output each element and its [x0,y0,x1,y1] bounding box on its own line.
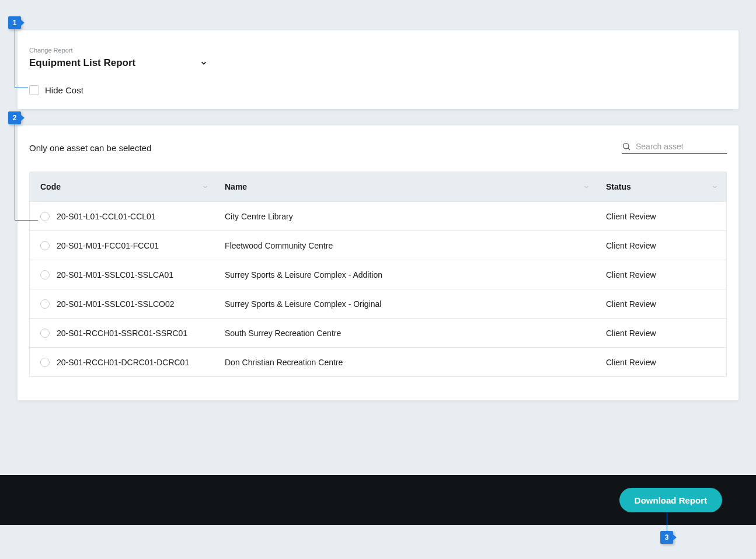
column-label: Name [225,182,247,191]
search-input[interactable] [636,142,727,151]
asset-status: Client Review [598,299,726,309]
asset-name: South Surrey Recreation Centre [217,329,598,338]
asset-table: Code Name Status 20-S01-L01-CCL01-CCL01C… [29,172,727,377]
column-label: Code [40,182,61,191]
chevron-down-icon [202,184,208,190]
asset-status: Client Review [598,212,726,221]
asset-name: City Centre Library [217,212,598,221]
asset-status: Client Review [598,329,726,338]
table-row[interactable]: 20-S01-L01-CCL01-CCL01City Centre Librar… [30,201,726,230]
asset-name: Fleetwood Community Centre [217,241,598,250]
asset-code: 20-S01-RCCH01-DCRC01-DCRC01 [57,358,189,367]
selection-hint: Only one asset can be selected [29,143,151,153]
callout-3: 3 [660,531,673,544]
chevron-down-icon [712,184,718,190]
table-row[interactable]: 20-S01-M01-FCC01-FCC01Fleetwood Communit… [30,230,726,260]
footer-bar: Download Report [0,475,756,525]
callout-line [15,29,15,88]
asset-selection-card: Only one asset can be selected Code Name… [18,125,738,400]
hide-cost-checkbox[interactable] [29,85,39,95]
chevron-down-icon [200,59,208,67]
asset-code: 20-S01-M01-SSLC01-SSLCO02 [57,299,175,309]
column-header-status[interactable]: Status [598,182,726,191]
asset-radio[interactable] [40,358,50,367]
change-report-label: Change Report [29,47,727,54]
search-icon [622,142,631,151]
callout-2: 2 [8,111,21,124]
column-header-code[interactable]: Code [30,182,217,191]
svg-line-1 [628,148,630,150]
search-asset[interactable] [622,142,727,154]
callout-line [15,124,15,221]
asset-radio[interactable] [40,241,50,250]
report-config-card: Change Report Equipment List Report Hide… [18,30,738,109]
report-title: Equipment List Report [29,57,135,69]
callout-line [15,220,38,221]
asset-status: Client Review [598,270,726,280]
download-report-button[interactable]: Download Report [619,488,722,512]
table-header: Code Name Status [30,172,726,201]
callout-1: 1 [8,16,21,29]
table-row[interactable]: 20-S01-RCCH01-SSRC01-SSRC01South Surrey … [30,318,726,347]
asset-code: 20-S01-M01-SSLC01-SSLCA01 [57,270,173,280]
column-label: Status [606,182,631,191]
svg-point-0 [623,144,629,149]
asset-name: Don Christian Recreation Centre [217,358,598,367]
asset-name: Surrey Sports & Leisure Complex - Origin… [217,299,598,309]
chevron-down-icon [583,184,590,190]
table-row[interactable]: 20-S01-RCCH01-DCRC01-DCRC01Don Christian… [30,347,726,376]
table-row[interactable]: 20-S01-M01-SSLC01-SSLCA01Surrey Sports &… [30,260,726,289]
asset-code: 20-S01-RCCH01-SSRC01-SSRC01 [57,329,187,338]
asset-radio[interactable] [40,270,50,280]
asset-radio[interactable] [40,212,50,221]
asset-code: 20-S01-L01-CCL01-CCL01 [57,212,156,221]
asset-code: 20-S01-M01-FCC01-FCC01 [57,241,159,250]
report-selector[interactable]: Equipment List Report [29,57,727,69]
column-header-name[interactable]: Name [217,182,598,191]
table-row[interactable]: 20-S01-M01-SSLC01-SSLCO02Surrey Sports &… [30,289,726,318]
asset-radio[interactable] [40,299,50,309]
asset-status: Client Review [598,358,726,367]
callout-line [15,88,28,88]
asset-name: Surrey Sports & Leisure Complex - Additi… [217,270,598,280]
asset-radio[interactable] [40,329,50,338]
asset-status: Client Review [598,241,726,250]
hide-cost-label: Hide Cost [45,85,83,95]
callout-line [667,512,667,531]
